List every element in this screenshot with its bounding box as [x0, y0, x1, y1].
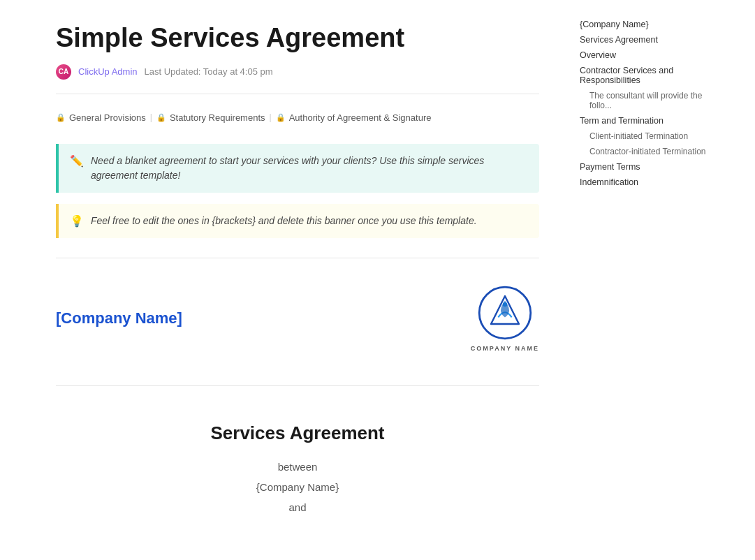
section-link-authority[interactable]: 🔒 Authority of Agreement & Signature	[276, 112, 432, 123]
toc-item-indemnification[interactable]: Indemnification	[580, 177, 719, 187]
section-separator-1: |	[150, 112, 152, 122]
section-label-general: General Provisions	[69, 112, 146, 123]
toc-item-services-agreement[interactable]: Services Agreement	[580, 35, 719, 45]
last-updated: Last Updated: Today at 4:05 pm	[145, 66, 273, 77]
company-placeholder-text: {Company Name}	[56, 481, 539, 493]
toc-item-term-termination[interactable]: Term and Termination	[580, 116, 719, 126]
section-label-authority: Authority of Agreement & Signature	[289, 112, 432, 123]
toc-item-consultant-provide[interactable]: The consultant will provide the follo...	[580, 91, 719, 110]
company-header: [Company Name] COMPANY NAME	[56, 278, 539, 366]
avatar: CA	[56, 64, 71, 80]
content-divider-1	[56, 258, 539, 258]
toc-item-company[interactable]: {Company Name}	[580, 20, 719, 29]
toc-item-client-termination[interactable]: Client-initiated Termination	[580, 131, 719, 141]
teal-banner: ✏️ Need a blanket agreement to start you…	[56, 144, 539, 193]
company-logo-svg	[477, 285, 533, 341]
author-name[interactable]: ClickUp Admin	[78, 66, 138, 77]
services-agreement-title: Services Agreement	[56, 422, 539, 444]
yellow-banner-text: Feel free to edit the ones in {brackets}…	[91, 214, 477, 228]
between-text: between	[56, 461, 539, 473]
section-label-statutory: Statutory Requirements	[170, 112, 265, 123]
lightbulb-icon: 💡	[70, 214, 84, 228]
toc-item-contractor-services[interactable]: Contractor Services and Responsibilities	[580, 66, 719, 85]
page-title: Simple Services Agreement	[56, 22, 539, 54]
sections-nav: 🔒 General Provisions | 🔒 Statutory Requi…	[56, 105, 539, 130]
toc-item-payment-terms[interactable]: Payment Terms	[580, 162, 719, 172]
lock-icon: 🔒	[56, 113, 66, 122]
section-link-statutory[interactable]: 🔒 Statutory Requirements	[156, 112, 265, 123]
top-divider	[56, 94, 539, 94]
section-separator-2: |	[270, 112, 272, 122]
and-text: and	[56, 501, 539, 513]
section-link-general[interactable]: 🔒 General Provisions	[56, 112, 146, 123]
main-content: Simple Services Agreement CA ClickUp Adm…	[0, 0, 573, 560]
toc-item-contractor-termination[interactable]: Contractor-initiated Termination	[580, 147, 719, 156]
teal-banner-text: Need a blanket agreement to start your s…	[91, 154, 528, 183]
company-logo-text: COMPANY NAME	[471, 345, 539, 352]
lock-icon-2: 🔒	[156, 113, 166, 122]
edit-icon: ✏️	[70, 154, 84, 168]
toc-sidebar: {Company Name} Services Agreement Overvi…	[573, 0, 733, 560]
company-name-link[interactable]: [Company Name]	[56, 309, 182, 327]
toc-item-overview[interactable]: Overview	[580, 50, 719, 60]
meta-row: CA ClickUp Admin Last Updated: Today at …	[56, 64, 539, 80]
company-logo-wrap: COMPANY NAME	[471, 285, 539, 352]
yellow-banner: 💡 Feel free to edit the ones in {bracket…	[56, 204, 539, 238]
lock-icon-3: 🔒	[276, 113, 286, 122]
services-agreement-section: Services Agreement between {Company Name…	[56, 406, 539, 513]
content-divider-2	[56, 385, 539, 386]
